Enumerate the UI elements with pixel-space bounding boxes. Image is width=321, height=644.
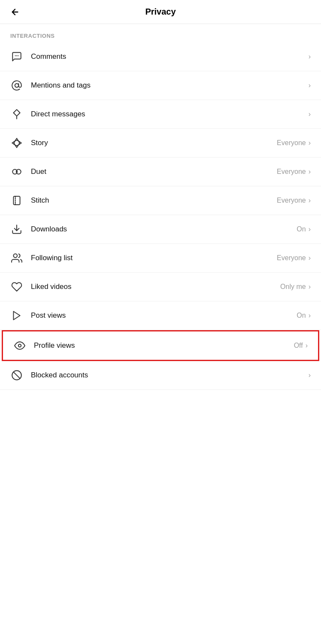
downloads-label: Downloads: [31, 225, 67, 234]
post-views-label: Post views: [31, 311, 66, 320]
comments-chevron: ›: [309, 53, 311, 61]
menu-item-story[interactable]: Story Everyone ›: [0, 129, 321, 158]
story-label: Story: [31, 139, 48, 147]
svg-point-2: [18, 55, 18, 56]
post-views-value: On: [297, 312, 306, 319]
duet-icon: [10, 165, 23, 178]
downloads-value: On: [297, 225, 306, 233]
comments-label: Comments: [31, 52, 66, 61]
profile-views-label: Profile views: [34, 341, 75, 350]
menu-item-liked-videos[interactable]: Liked videos Only me ›: [0, 273, 321, 301]
menu-item-stitch[interactable]: Stitch Everyone ›: [0, 186, 321, 215]
blocked-icon: [10, 369, 23, 382]
menu-list: Comments › Mentions and tags ›: [0, 43, 321, 390]
svg-rect-8: [13, 196, 20, 205]
post-views-chevron: ›: [309, 312, 311, 319]
download-icon: [10, 223, 23, 236]
menu-item-post-views[interactable]: Post views On ›: [0, 301, 321, 330]
following-icon: [10, 252, 23, 264]
downloads-chevron: ›: [309, 225, 311, 233]
stitch-value: Everyone: [277, 197, 306, 204]
svg-point-3: [15, 84, 19, 88]
story-chevron: ›: [309, 139, 311, 147]
duet-value: Everyone: [277, 168, 306, 176]
menu-item-following-list[interactable]: Following list Everyone ›: [0, 244, 321, 273]
liked-videos-value: Only me: [280, 283, 306, 291]
svg-marker-4: [13, 109, 20, 116]
blocked-chevron: ›: [309, 371, 311, 379]
svg-point-0: [15, 55, 16, 56]
svg-point-1: [16, 55, 17, 56]
dm-label: Direct messages: [31, 110, 85, 118]
menu-item-duet[interactable]: Duet Everyone ›: [0, 158, 321, 186]
dm-icon: [10, 108, 23, 121]
svg-marker-12: [13, 311, 20, 320]
interactions-section-label: INTERACTIONS: [0, 24, 321, 43]
menu-item-comments[interactable]: Comments ›: [0, 43, 321, 71]
comment-icon: [10, 50, 23, 63]
stitch-label: Stitch: [31, 196, 49, 205]
story-value: Everyone: [277, 139, 306, 147]
stitch-icon: [10, 194, 23, 207]
menu-item-mentions[interactable]: Mentions and tags ›: [0, 71, 321, 100]
menu-item-dm[interactable]: Direct messages ›: [0, 100, 321, 129]
header: Privacy: [0, 0, 321, 24]
mentions-chevron: ›: [309, 82, 311, 89]
liked-videos-label: Liked videos: [31, 283, 72, 291]
menu-item-downloads[interactable]: Downloads On ›: [0, 215, 321, 244]
svg-point-13: [18, 344, 21, 347]
story-icon: [10, 137, 23, 149]
duet-chevron: ›: [309, 168, 311, 176]
blocked-accounts-label: Blocked accounts: [31, 371, 88, 380]
svg-line-15: [13, 372, 20, 378]
heart-icon: [10, 280, 23, 293]
mentions-label: Mentions and tags: [31, 81, 91, 90]
menu-item-profile-views[interactable]: Profile views Off ›: [2, 330, 319, 361]
duet-label: Duet: [31, 167, 46, 176]
profile-views-chevron: ›: [306, 342, 308, 349]
page-title: Privacy: [145, 7, 176, 17]
play-icon: [10, 309, 23, 322]
mention-icon: [10, 79, 23, 92]
liked-chevron: ›: [309, 283, 311, 291]
back-button[interactable]: [9, 6, 21, 18]
following-label: Following list: [31, 254, 73, 262]
eye-icon: [13, 339, 26, 352]
profile-views-value: Off: [294, 342, 303, 349]
menu-item-blocked-accounts[interactable]: Blocked accounts ›: [0, 361, 321, 390]
following-chevron: ›: [309, 254, 311, 262]
svg-point-11: [13, 254, 17, 258]
stitch-chevron: ›: [309, 197, 311, 204]
dm-chevron: ›: [309, 110, 311, 118]
following-value: Everyone: [277, 254, 306, 262]
